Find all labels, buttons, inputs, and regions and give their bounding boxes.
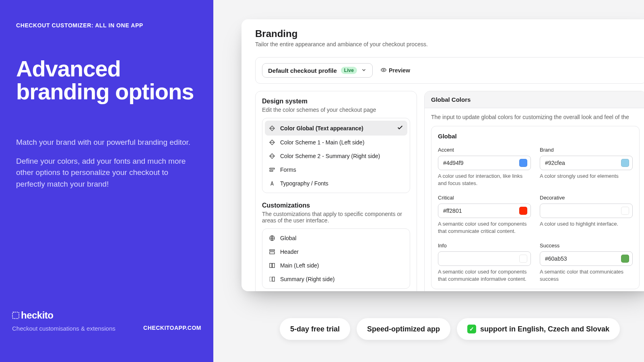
- custom-item-label: Global: [280, 235, 296, 241]
- paint-icon: [269, 139, 275, 146]
- design-system-list: Color Global (Text appearance)Color Sche…: [262, 118, 410, 193]
- color-swatch[interactable]: [621, 159, 629, 167]
- design-item-1[interactable]: Color Scheme 1 - Main (Left side): [265, 136, 407, 149]
- custom-item-1[interactable]: Header: [265, 245, 407, 259]
- subhead-line-1: Match your brand with our powerful brand…: [16, 137, 193, 148]
- design-item-2[interactable]: Color Scheme 2 - Summary (Right side): [265, 149, 407, 163]
- color-value-input[interactable]: [443, 255, 516, 262]
- custom-item-label: Main (Left side): [280, 262, 319, 269]
- global-colors-body: Global AccentA color used for interactio…: [431, 126, 640, 289]
- toolbar: Default checkout profile Live Preview: [255, 57, 644, 84]
- color-field-critical: CriticalA semantic color used for compon…: [438, 194, 531, 234]
- design-item-4[interactable]: Typography / Fonts: [265, 177, 407, 190]
- customizations-list: GlobalHeaderMain (Left side)Summary (Rig…: [262, 228, 410, 289]
- feature-pills: 5-day free trial Speed-optimized app ✓ s…: [280, 318, 620, 340]
- chevron-down-icon: [361, 67, 367, 74]
- paint-icon: [269, 167, 275, 173]
- global-colors-panel: Global Colors The input to update global…: [424, 91, 644, 291]
- color-field-hint: A semantic color that communicates succe…: [540, 268, 633, 282]
- color-field-hint: A color strongly used for elements: [540, 173, 633, 180]
- color-field-brand: BrandA color strongly used for elements: [540, 146, 633, 187]
- color-value-input[interactable]: [545, 160, 618, 166]
- design-system-card: Design system Edit the color schemes of …: [255, 91, 417, 291]
- color-input[interactable]: [540, 204, 633, 218]
- eye-icon: [381, 67, 386, 74]
- color-input[interactable]: [438, 251, 531, 266]
- color-swatch[interactable]: [519, 159, 527, 167]
- color-field-hint: A color used to highlight interface.: [540, 220, 633, 228]
- profile-selector[interactable]: Default checkout profile Live: [262, 63, 373, 78]
- custom-item-2[interactable]: Main (Left side): [265, 259, 407, 272]
- pill-support: ✓ support in English, Czech and Slovak: [457, 318, 620, 340]
- design-item-label: Forms: [280, 167, 296, 173]
- svg-rect-6: [270, 263, 272, 268]
- custom-item-3[interactable]: Summary (Right side): [265, 272, 407, 286]
- color-swatch[interactable]: [621, 255, 629, 263]
- custom-item-label: Summary (Right side): [280, 276, 334, 282]
- app-window: Branding Tailor the entire appearance an…: [242, 19, 644, 291]
- layout-icon: [269, 249, 275, 255]
- svg-rect-5: [270, 252, 275, 254]
- design-item-label: Typography / Fonts: [280, 180, 328, 187]
- color-field-label: Info: [438, 243, 447, 249]
- color-field-success: SuccessA semantic color that communicate…: [540, 242, 633, 282]
- svg-rect-2: [270, 170, 273, 171]
- app-canvas: Branding Tailor the entire appearance an…: [213, 0, 644, 362]
- color-value-input[interactable]: [443, 160, 516, 166]
- marketing-panel: CHECKOUT CUSTOMIZER: ALL IN ONE APP Adva…: [0, 0, 213, 362]
- pill-support-label: support in English, Czech and Slovak: [480, 325, 609, 333]
- color-field-hint: A color used for interaction, like links…: [438, 173, 531, 187]
- brand-logo: heckito: [12, 310, 116, 321]
- design-system-title: Design system: [262, 98, 410, 105]
- color-input[interactable]: [438, 204, 531, 218]
- color-field-hint: A semantic color used for components tha…: [438, 220, 531, 234]
- design-system-desc: Edit the color schemes of your checkout …: [262, 107, 410, 113]
- pill-speed-label: Speed-optimized app: [367, 325, 440, 333]
- paint-icon: [269, 180, 275, 187]
- color-value-input[interactable]: [443, 208, 516, 214]
- pill-speed: Speed-optimized app: [357, 318, 450, 340]
- color-swatch[interactable]: [621, 207, 629, 215]
- brand-name: heckito: [21, 310, 54, 321]
- paint-icon: [269, 153, 275, 159]
- color-swatch[interactable]: [519, 207, 527, 215]
- color-input[interactable]: [540, 156, 633, 170]
- color-field-label: Brand: [540, 147, 554, 153]
- pill-trial: 5-day free trial: [280, 318, 350, 340]
- brand-url: CHECKITOAPP.COM: [143, 325, 201, 331]
- custom-item-0[interactable]: Global: [265, 231, 407, 245]
- customizations-title: Customizations: [262, 202, 410, 209]
- design-item-label: Color Scheme 2 - Summary (Right side): [280, 153, 380, 159]
- preview-label: Preview: [389, 67, 410, 74]
- color-field-label: Success: [540, 243, 559, 249]
- paint-icon: [269, 125, 275, 132]
- preview-button[interactable]: Preview: [381, 67, 410, 74]
- color-field-label: Critical: [438, 195, 454, 201]
- color-input[interactable]: [438, 156, 531, 170]
- global-colors-desc: The input to update global colors for cu…: [425, 108, 644, 120]
- color-field-decorative: DecorativeA color used to highlight inte…: [540, 194, 633, 234]
- design-item-3[interactable]: Forms: [265, 163, 407, 177]
- pill-trial-label: 5-day free trial: [290, 325, 340, 333]
- design-item-label: Color Global (Text appearance): [280, 125, 363, 132]
- page-description: Tailor the entire appearance and ambianc…: [255, 41, 644, 47]
- eyebrow-text: CHECKOUT CUSTOMIZER: ALL IN ONE APP: [16, 22, 143, 29]
- profile-selector-label: Default checkout profile: [268, 67, 337, 74]
- global-colors-section-title: Global: [438, 133, 633, 140]
- color-value-input[interactable]: [545, 208, 618, 214]
- subhead-text: Match your brand with our powerful brand…: [16, 137, 193, 190]
- design-item-0[interactable]: Color Global (Text appearance): [265, 121, 407, 136]
- check-icon: [397, 124, 403, 132]
- color-field-info: InfoA semantic color used for components…: [438, 242, 531, 282]
- layout-icon: [269, 262, 275, 269]
- color-field-accent: AccentA color used for interaction, like…: [438, 146, 531, 187]
- page-title: Branding: [255, 28, 644, 39]
- customizations-desc: The customizations that apply to specifi…: [262, 211, 410, 224]
- color-swatch[interactable]: [519, 255, 527, 263]
- color-value-input[interactable]: [545, 255, 618, 262]
- live-badge: Live: [341, 67, 357, 74]
- brand-tagline: Checkout customisations & extensions: [12, 325, 116, 332]
- brand-logo-icon: [12, 312, 19, 319]
- color-input[interactable]: [540, 251, 633, 266]
- layout-icon: [269, 235, 275, 241]
